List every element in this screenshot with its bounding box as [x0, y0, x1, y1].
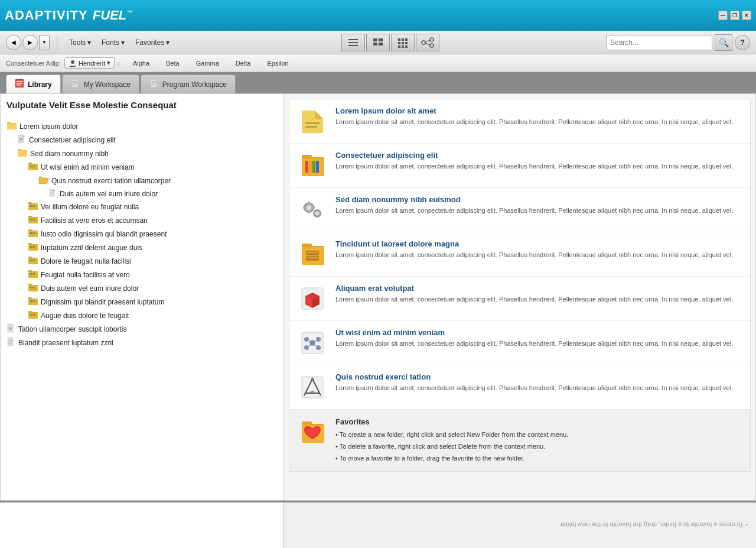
folder-s-icon: [28, 228, 38, 239]
close-button[interactable]: ✕: [742, 11, 751, 20]
folder-s-icon: [28, 283, 38, 294]
breadcrumb-beta[interactable]: Beta: [155, 56, 185, 70]
tree-item-label: Facilisis at vero eros et accumsan: [41, 216, 148, 225]
item-title-6: Ut wisi enim ad minim veniam: [335, 328, 733, 337]
tree-item-folder-open1[interactable]: Quis nostrud exerci tation ullamcorper: [38, 174, 278, 187]
svg-rect-62: [9, 327, 12, 327]
item-desc-4: Lorem ipsum dolor sit amet, consectetuer…: [335, 250, 733, 260]
tree-item-folder-s8[interactable]: Duis autem vel eum iriure dolor: [28, 281, 278, 295]
tree-item-doc-small1[interactable]: Duis autem vel eum iriure dolor: [49, 187, 278, 200]
detail-view-button[interactable]: [366, 34, 390, 51]
favorites-arrow: ▾: [166, 38, 170, 47]
share-icon: [421, 37, 435, 48]
tree-item-folder-s1[interactable]: Ut wisi enim ad minim veniam: [28, 160, 278, 174]
svg-rect-5: [373, 43, 377, 46]
svg-rect-4: [379, 38, 383, 41]
search-input[interactable]: [606, 35, 712, 50]
minimize-button[interactable]: —: [718, 11, 728, 20]
breadcrumb-bar: Consectetuer Adip: Hendrerit ▾ › Alpha B…: [0, 54, 756, 72]
svg-rect-13: [398, 46, 400, 48]
svg-point-93: [304, 337, 309, 342]
breadcrumb-epsilon[interactable]: Epsilon: [256, 56, 294, 70]
svg-rect-66: [9, 341, 12, 341]
fonts-menu[interactable]: Fonts ▾: [97, 36, 129, 49]
fonts-arrow: ▾: [121, 38, 125, 47]
breadcrumb-gamma[interactable]: Gamma: [185, 56, 225, 70]
favorites-menu[interactable]: Favorites ▾: [131, 36, 174, 49]
tree-item-folder-s2[interactable]: Vel illum dolore eu feugiat nulla: [28, 200, 278, 213]
tree-item-folder2[interactable]: Sed diam nonummy nibh: [17, 147, 278, 160]
help-button[interactable]: ?: [735, 35, 750, 50]
content-item-7[interactable]: Quis nostrud exerci tation Lorem ipsum d…: [289, 365, 750, 410]
tree-item-label: Ut wisi enim ad minim veniam: [41, 163, 135, 171]
tree-item-folder-s6[interactable]: Dolore te feugait nulla facilisi: [28, 254, 278, 268]
tree-item-doc2[interactable]: Tation ullamcorper suscipit lobortis: [6, 322, 278, 336]
svg-point-94: [316, 337, 321, 342]
tree-item-folder-s4[interactable]: Iusto odio dignissim qui blandit praesen…: [28, 227, 278, 241]
tree-grandchildren-1: Ut wisi enim ad minim veniam Quis nostru…: [28, 160, 278, 322]
svg-rect-24: [17, 81, 22, 82]
svg-point-95: [304, 345, 309, 350]
list-view-button[interactable]: [341, 34, 365, 51]
svg-rect-69: [305, 122, 320, 124]
svg-rect-57: [30, 300, 32, 302]
svg-point-76: [307, 205, 311, 210]
content-item-5[interactable]: Aliquam erat volutpat Lorem ipsum dolor …: [289, 277, 750, 321]
folder-s-icon: [28, 269, 38, 280]
grid-view-button[interactable]: [391, 34, 415, 51]
tools-menu[interactable]: Tools ▾: [64, 36, 96, 49]
tab-my-workspace[interactable]: My Workspace: [62, 74, 139, 93]
breadcrumb-delta[interactable]: Delta: [225, 56, 257, 70]
forward-button[interactable]: ▶: [22, 35, 38, 50]
restore-button[interactable]: ❐: [730, 11, 739, 20]
logo-fuel: FUEL™: [93, 8, 132, 23]
content-item-2[interactable]: Consectetuer adipiscing elit Lorem ipsum…: [289, 144, 750, 188]
tree-item-label: Tation ullamcorper suscipit lobortis: [18, 325, 126, 333]
folder-s-icon: [28, 310, 38, 321]
tree-item-folder-s5[interactable]: Iuptatum zzril delenit augue duis: [28, 241, 278, 254]
back-button[interactable]: ◀: [6, 35, 21, 50]
tab-program-workspace[interactable]: Program Workspace: [141, 74, 236, 93]
tree-item-folder-s3[interactable]: Facilisis at vero eros et accumsan: [28, 213, 278, 227]
svg-rect-36: [19, 138, 22, 139]
tree-item-label: Consectetuer adipiscing elit: [29, 136, 116, 144]
content-item-3[interactable]: Sed diam nonummy nibh euismod Lorem ipsu…: [289, 188, 750, 232]
svg-rect-51: [30, 260, 32, 261]
svg-rect-8: [402, 38, 404, 41]
item-desc-3: Lorem ipsum dolor sit amet, consectetuer…: [335, 206, 733, 216]
left-panel: Vulputate Velit Esse Molestie Consequat …: [1, 94, 284, 500]
tree-item-folder-s10[interactable]: Augue duis dolore te feugait: [28, 309, 278, 322]
content-item-1[interactable]: Lorem ipsum dolor sit amet Lorem ipsum d…: [289, 99, 750, 144]
svg-rect-0: [348, 39, 358, 40]
content-list: Lorem ipsum dolor sit amet Lorem ipsum d…: [289, 99, 751, 410]
folder-s-icon: [28, 161, 38, 173]
tree-item-label: Blandit praesent luptatum zzril: [18, 339, 113, 347]
content-item-4[interactable]: Tincidunt ut laoreet dolore magna Lorem …: [289, 232, 750, 277]
breadcrumb-alpha[interactable]: Alpha: [122, 56, 155, 70]
breadcrumb-dropdown[interactable]: Hendrerit ▾: [64, 57, 115, 69]
svg-rect-37: [19, 140, 22, 140]
tree-item-folder-s7[interactable]: Feugiat nulla facilisis at vero: [28, 268, 278, 281]
item-desc-5: Lorem ipsum dolor sit amet, consectetuer…: [335, 294, 733, 304]
tab-library-label: Library: [28, 80, 52, 89]
share-view-button[interactable]: [416, 34, 439, 51]
tab-library[interactable]: Library: [6, 74, 61, 93]
nav-dropdown-button[interactable]: ▼: [39, 35, 50, 50]
tree-item-label: Quis nostrud exerci tation ullamcorper: [51, 177, 171, 185]
content-item-6[interactable]: Ut wisi enim ad minim veniam Lorem ipsum…: [289, 321, 750, 365]
svg-rect-67: [9, 342, 12, 342]
item-title-2: Consectetuer adipiscing elit: [335, 151, 733, 160]
svg-rect-14: [402, 46, 404, 48]
tab-my-workspace-label: My Workspace: [84, 80, 131, 89]
svg-point-78: [315, 212, 319, 215]
search-area: 🔍 ?: [606, 34, 750, 51]
svg-point-17: [430, 38, 434, 41]
logo-adaptivity: ADAPTIVITY: [5, 8, 88, 23]
tree-item-folder-s9[interactable]: Dignissim qui blandit praesent luptatum: [28, 295, 278, 309]
svg-rect-33: [152, 83, 155, 83]
tree-item-doc3[interactable]: Blandit praesent luptatum zzril: [6, 336, 278, 349]
search-button[interactable]: 🔍: [715, 34, 732, 51]
tree-item-doc1[interactable]: Consectetuer adipiscing elit: [17, 133, 278, 147]
grid-view-icon: [397, 37, 409, 48]
tree-item-root1[interactable]: Lorem ipsum dolor: [6, 119, 278, 133]
